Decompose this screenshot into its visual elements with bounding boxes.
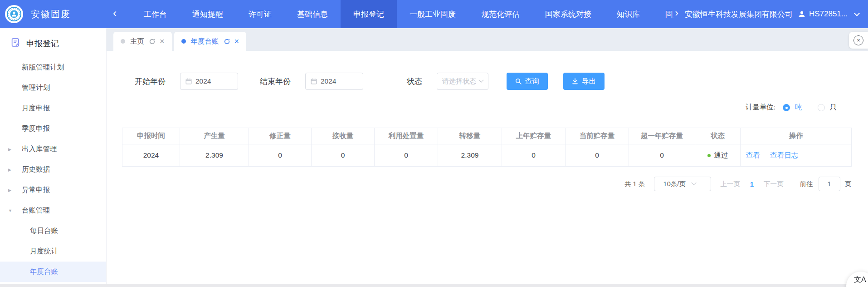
menu-scroll-right-icon[interactable]: › [675,8,678,18]
sidebar-item-label: 年度台账 [30,267,58,277]
radio-unchecked-icon [818,104,825,111]
start-year-input[interactable] [195,77,231,85]
prev-page-button[interactable]: 上一页 [720,180,740,188]
annual-ledger-table: 申报时间 产生量 修正量 接收量 利用处置量 转移量 [122,128,852,167]
page-number-1[interactable]: 1 [750,180,754,188]
start-year-picker[interactable] [180,73,238,90]
goto-page-input[interactable] [819,177,840,191]
table-header-cell: 操作 [741,128,852,144]
nav-item[interactable]: 固废转 [653,0,673,28]
sidebar: 申报登记 新版管理计划 管理计划 月度申报 季度申报 [0,28,107,287]
close-icon[interactable]: × [160,37,165,45]
goto-label: 前往 [800,180,813,188]
end-year-input[interactable] [321,77,356,85]
nav-item[interactable]: 一般工业固废 [397,0,468,28]
status-cell: 通过 [695,144,741,167]
next-page-button[interactable]: 下一页 [764,180,784,188]
sidebar-item-label: 每日台账 [30,226,58,236]
refresh-icon[interactable] [149,39,155,45]
status-success-dot-icon [707,154,711,157]
goto-suffix: 页 [845,180,852,188]
nav-item-label: 通知提醒 [192,9,223,20]
table-cell: 0 [312,144,375,167]
chevron-down-icon [691,180,696,185]
filter-row: 开始年份 结束年份 [107,51,868,90]
table-header-cell: 状态 [695,128,741,144]
close-icon[interactable]: × [234,37,239,45]
sidebar-item-label: 历史数据 [22,165,50,174]
nav-item[interactable]: 申报登记 [341,0,397,28]
nav-item[interactable]: 基础信息 [284,0,341,28]
username[interactable]: HS72851... [809,10,848,19]
refresh-icon[interactable] [224,39,230,45]
status-select-placeholder: 请选择状态 [442,77,476,86]
close-all-tabs-button[interactable]: × [849,32,868,49]
sidebar-item[interactable]: ▶ 异常申报 [0,180,106,200]
sidebar-item[interactable]: 季度申报 [0,119,106,139]
start-year-label: 开始年份 [135,76,166,87]
tab-status-dot-icon [181,39,186,44]
table-header-cell: 利用处置量 [375,128,438,144]
table-header-cell: 申报时间 [122,128,180,144]
nav-item[interactable]: 工作台 [131,0,180,28]
horizontal-scrollbar[interactable] [0,284,868,287]
sidebar-item[interactable]: 年度台账 [0,262,106,282]
end-year-label: 结束年份 [260,76,291,87]
page-tab[interactable]: 年度台账 × [174,32,247,51]
app-logo-icon [5,5,24,24]
nav-item-label: 规范化评估 [481,9,520,20]
view-link[interactable]: 查看 [746,151,760,159]
circle-close-icon: × [853,35,863,45]
nav-item[interactable]: 知识库 [604,0,653,28]
search-button-label: 查询 [525,77,539,86]
page-content: 开始年份 结束年份 [107,51,868,287]
end-year-picker[interactable] [305,73,363,90]
sidebar-item[interactable]: 每日台账 [0,221,106,241]
radio-option-label: 吨 [795,103,802,112]
app-title: 安徽固废 [31,8,71,20]
sidebar-item[interactable]: ▶ 出入库管理 [0,139,106,159]
tab-label: 主页 [130,37,144,46]
sidebar-header: 申报登记 [0,28,106,57]
translate-icon: 文A [854,276,866,283]
view-log-link[interactable]: 查看日志 [770,151,798,159]
nav-item[interactable]: 许可证 [236,0,284,28]
nav-item[interactable]: 国家系统对接 [532,0,604,28]
sidebar-item-label: 月度统计 [30,247,58,256]
table-header-cell: 转移量 [438,128,502,144]
page-size-select[interactable]: 10条/页 [654,177,711,191]
table-cell: 0 [629,144,695,167]
sidebar-item-label: 出入库管理 [22,144,57,154]
chevron-down-icon [478,78,483,83]
status-select[interactable]: 请选择状态 [437,73,488,90]
radio-option-ton[interactable]: 吨 [783,103,802,112]
table-header-cell: 修正量 [249,128,312,144]
radio-option-piece[interactable]: 只 [818,103,837,112]
table-header-cell: 上年贮存量 [502,128,566,144]
actions-cell: 查看 查看日志 [741,144,852,167]
nav-item[interactable]: 规范化评估 [468,0,532,28]
export-button[interactable]: 导出 [563,73,605,90]
table-row: 2024 2.309 0 0 0 2.309 [122,144,852,167]
user-dropdown-chevron-icon[interactable] [854,10,860,16]
sidebar-item[interactable]: 管理计划 [0,78,106,98]
tab-label: 年度台账 [191,37,219,46]
sidebar-item[interactable]: 月度申报 [0,98,106,119]
sidebar-collapse-icon[interactable]: ‹ [113,8,117,19]
export-button-label: 导出 [582,77,596,86]
declaration-register-icon [11,38,20,49]
sidebar-item[interactable]: ▼ 台账管理 [0,200,106,221]
sidebar-item-label: 台账管理 [22,206,50,215]
page-tab[interactable]: 主页 × [113,32,172,51]
sidebar-item[interactable]: 月度统计 [0,241,106,262]
unit-row: 计量单位: 吨 只 [107,90,868,112]
search-button[interactable]: 查询 [507,73,548,90]
caret-icon: ▶ [8,147,11,152]
nav-item[interactable]: 通知提醒 [180,0,236,28]
table-cell: 2.309 [180,144,249,167]
sidebar-item[interactable]: 新版管理计划 [0,57,106,78]
radio-option-label: 只 [830,103,837,112]
sidebar-item[interactable]: ▶ 历史数据 [0,159,106,180]
sidebar-item-label: 管理计划 [22,83,50,93]
table-header-cell: 当前贮存量 [566,128,629,144]
